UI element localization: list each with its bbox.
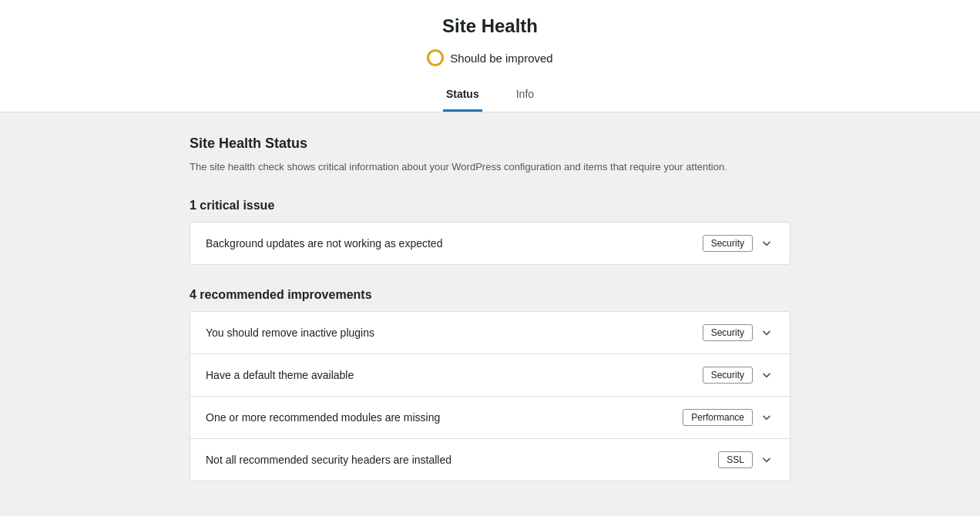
tab-info[interactable]: Info [513,82,537,112]
ssl-badge: SSL [718,451,753,468]
section-title: Site Health Status [190,136,790,152]
security-badge: Security [703,324,753,341]
security-badge: Security [703,235,753,252]
issue-label: Have a default theme available [206,369,354,381]
status-circle-icon [427,49,444,66]
page-title: Site Health [0,15,980,37]
table-row: You should remove inactive plugins Secur… [190,312,790,354]
chevron-down-icon[interactable] [759,410,774,425]
status-indicator: Should be improved [427,49,552,66]
critical-count: 1 critical issue [190,199,790,213]
table-row: One or more recommended modules are miss… [190,397,790,439]
issue-label: Background updates are not working as ex… [206,237,442,250]
table-row: Have a default theme available Security [190,354,790,397]
section-description: The site health check shows critical inf… [190,159,790,176]
critical-issue-list: Background updates are not working as ex… [190,222,790,265]
chevron-down-icon[interactable] [759,236,774,251]
performance-badge: Performance [683,409,753,426]
issue-right: Security [703,367,774,384]
issue-right: Security [703,235,774,252]
recommended-count: 4 recommended improvements [190,288,790,302]
issue-label: You should remove inactive plugins [206,327,374,339]
issue-right: Performance [683,409,774,426]
status-text: Should be improved [450,52,552,65]
table-row: Not all recommended security headers are… [190,439,790,481]
table-row: Background updates are not working as ex… [190,223,790,264]
issue-right: SSL [718,451,774,468]
security-badge: Security [703,367,753,384]
issue-label: Not all recommended security headers are… [206,454,451,466]
chevron-down-icon[interactable] [759,325,774,340]
tab-bar: Status Info [0,82,980,112]
recommended-issue-list: You should remove inactive plugins Secur… [190,311,790,481]
chevron-down-icon[interactable] [759,367,774,383]
chevron-down-icon[interactable] [759,452,774,467]
tab-status[interactable]: Status [443,82,482,112]
issue-right: Security [703,324,774,341]
page-header: Site Health Should be improved Status In… [0,0,980,112]
main-content: Site Health Status The site health check… [174,112,806,516]
issue-label: One or more recommended modules are miss… [206,411,440,424]
